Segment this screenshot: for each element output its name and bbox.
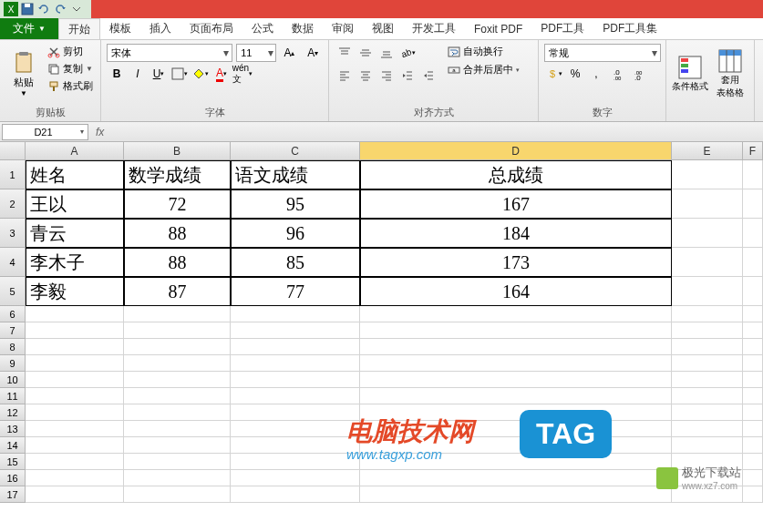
cell[interactable]: [360, 486, 672, 503]
tab-10[interactable]: PDF工具: [531, 18, 593, 39]
cell[interactable]: [672, 421, 743, 437]
cell[interactable]: [231, 486, 360, 503]
tab-1[interactable]: 模板: [100, 18, 140, 39]
cell[interactable]: [124, 339, 231, 355]
undo-icon[interactable]: [36, 2, 51, 16]
tab-7[interactable]: 视图: [363, 18, 403, 39]
cell[interactable]: 167: [360, 189, 672, 219]
cell[interactable]: [672, 219, 743, 248]
cell[interactable]: 总成绩: [360, 160, 672, 189]
increase-indent-icon[interactable]: [418, 66, 438, 85]
cell[interactable]: [672, 339, 743, 355]
cell[interactable]: [26, 437, 124, 454]
cell[interactable]: [360, 437, 672, 454]
file-tab[interactable]: 文件 ▼: [0, 18, 58, 39]
cell[interactable]: [360, 454, 672, 470]
percent-icon[interactable]: %: [565, 65, 585, 83]
cell[interactable]: [26, 306, 124, 322]
align-left-icon[interactable]: [335, 66, 355, 85]
tab-11[interactable]: PDF工具集: [593, 18, 666, 39]
row-header[interactable]: 4: [0, 248, 26, 277]
tab-0[interactable]: 开始: [58, 18, 100, 39]
cell[interactable]: [743, 486, 763, 503]
decrease-decimal-icon[interactable]: .00.0: [628, 65, 648, 83]
cell[interactable]: [743, 339, 763, 355]
formula-input[interactable]: [109, 124, 763, 140]
cell[interactable]: [26, 421, 124, 437]
comma-icon[interactable]: ,: [586, 65, 606, 83]
decrease-indent-icon[interactable]: [397, 66, 418, 85]
cell[interactable]: [743, 306, 763, 322]
cell[interactable]: [26, 372, 124, 388]
cell[interactable]: [672, 470, 743, 486]
cell[interactable]: [360, 388, 672, 404]
row-header[interactable]: 15: [0, 454, 26, 470]
row-header[interactable]: 11: [0, 388, 26, 404]
cell[interactable]: [124, 322, 231, 339]
cell[interactable]: [672, 454, 743, 470]
cell[interactable]: [360, 322, 672, 339]
cell[interactable]: [672, 404, 743, 421]
cell[interactable]: [743, 322, 763, 339]
cell[interactable]: [360, 306, 672, 322]
row-header[interactable]: 1: [0, 160, 26, 189]
save-icon[interactable]: [20, 2, 35, 16]
cell[interactable]: [672, 355, 743, 372]
cell[interactable]: [124, 486, 231, 503]
chevron-down-icon[interactable]: ▾: [80, 128, 84, 136]
tab-9[interactable]: Foxit PDF: [465, 18, 531, 39]
paste-button[interactable]: 粘贴 ▼: [5, 44, 42, 104]
cell[interactable]: [743, 160, 763, 189]
row-header[interactable]: 12: [0, 404, 26, 421]
cell[interactable]: [124, 470, 231, 486]
cell[interactable]: [26, 486, 124, 503]
underline-button[interactable]: U▾: [149, 65, 169, 83]
row-header[interactable]: 3: [0, 219, 26, 248]
cell[interactable]: [231, 355, 360, 372]
col-header-C[interactable]: C: [231, 142, 360, 159]
cell[interactable]: [231, 388, 360, 404]
font-size-combo[interactable]: ▾: [236, 44, 275, 62]
cell[interactable]: [672, 189, 743, 219]
cell[interactable]: [231, 339, 360, 355]
row-header[interactable]: 6: [0, 306, 26, 322]
format-painter-button[interactable]: 格式刷: [46, 78, 95, 94]
row-header[interactable]: 10: [0, 372, 26, 388]
italic-button[interactable]: I: [128, 65, 148, 83]
row-header[interactable]: 5: [0, 277, 26, 306]
tab-6[interactable]: 审阅: [323, 18, 363, 39]
align-center-icon[interactable]: [356, 66, 376, 85]
cell[interactable]: [672, 277, 743, 306]
cell[interactable]: [743, 437, 763, 454]
cell[interactable]: 数学成绩: [124, 160, 231, 189]
cell[interactable]: 184: [360, 219, 672, 248]
cell[interactable]: [124, 437, 231, 454]
cell[interactable]: 96: [231, 219, 360, 248]
align-right-icon[interactable]: [376, 66, 397, 85]
cell[interactable]: [26, 470, 124, 486]
cell[interactable]: [743, 421, 763, 437]
cell[interactable]: 李毅: [26, 277, 124, 306]
excel-icon[interactable]: X: [4, 2, 18, 16]
cell[interactable]: [743, 388, 763, 404]
conditional-format-button[interactable]: 条件格式: [672, 44, 708, 104]
cell[interactable]: [231, 306, 360, 322]
cell[interactable]: [124, 454, 231, 470]
col-header-F[interactable]: F: [743, 142, 763, 159]
row-header[interactable]: 8: [0, 339, 26, 355]
cell[interactable]: [743, 372, 763, 388]
cell[interactable]: [124, 421, 231, 437]
border-button[interactable]: ▾: [170, 65, 190, 83]
cell[interactable]: 青云: [26, 219, 124, 248]
tab-8[interactable]: 开发工具: [403, 18, 465, 39]
decrease-font-icon[interactable]: A▾: [303, 44, 323, 62]
cut-button[interactable]: 剪切: [46, 44, 95, 59]
row-header[interactable]: 16: [0, 470, 26, 486]
cell[interactable]: [360, 355, 672, 372]
cell[interactable]: 王以: [26, 189, 124, 219]
redo-icon[interactable]: [53, 2, 67, 16]
row-header[interactable]: 9: [0, 355, 26, 372]
cell[interactable]: [26, 388, 124, 404]
col-header-E[interactable]: E: [672, 142, 743, 159]
align-middle-icon[interactable]: [356, 44, 376, 62]
